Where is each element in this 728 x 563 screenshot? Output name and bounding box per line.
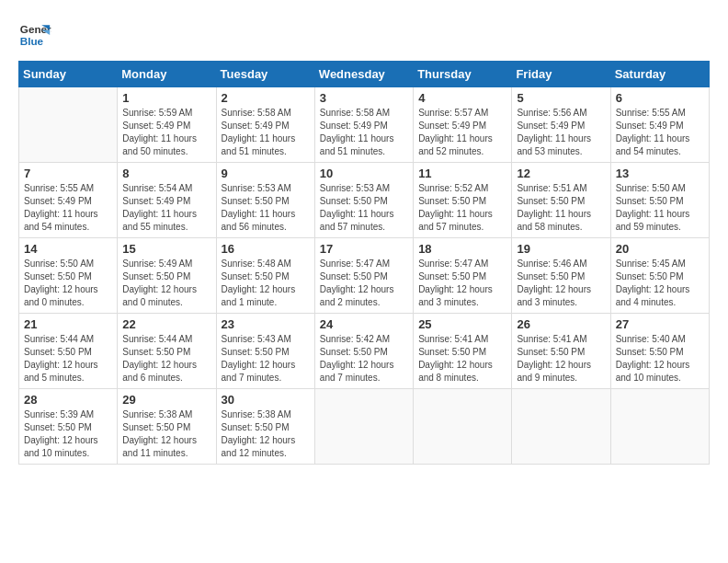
calendar-cell: 3Sunrise: 5:58 AM Sunset: 5:49 PM Daylig… [314,87,413,163]
logo: General Blue [18,18,51,52]
day-number: 1 [122,91,210,105]
calendar-cell [414,389,512,465]
calendar-week-row: 7Sunrise: 5:55 AM Sunset: 5:49 PM Daylig… [19,163,710,238]
day-number: 24 [320,317,408,331]
day-number: 18 [418,242,506,256]
day-number: 20 [616,242,704,256]
calendar-cell: 10Sunrise: 5:53 AM Sunset: 5:50 PM Dayli… [314,163,413,238]
calendar-cell: 22Sunrise: 5:44 AM Sunset: 5:50 PM Dayli… [118,314,216,389]
day-info: Sunrise: 5:47 AM Sunset: 5:50 PM Dayligh… [418,258,506,309]
day-info: Sunrise: 5:42 AM Sunset: 5:50 PM Dayligh… [320,333,408,385]
day-number: 2 [222,91,310,105]
calendar-cell: 6Sunrise: 5:55 AM Sunset: 5:49 PM Daylig… [610,87,709,163]
calendar-cell: 7Sunrise: 5:55 AM Sunset: 5:49 PM Daylig… [19,163,118,238]
calendar-cell: 8Sunrise: 5:54 AM Sunset: 5:49 PM Daylig… [118,163,216,238]
day-info: Sunrise: 5:58 AM Sunset: 5:49 PM Dayligh… [320,107,408,158]
day-info: Sunrise: 5:50 AM Sunset: 5:50 PM Dayligh… [616,182,704,234]
calendar-cell: 30Sunrise: 5:38 AM Sunset: 5:50 PM Dayli… [216,389,314,465]
day-number: 23 [222,317,310,331]
day-number: 28 [24,393,112,407]
day-number: 29 [122,393,210,407]
calendar-cell: 26Sunrise: 5:41 AM Sunset: 5:50 PM Dayli… [512,314,610,389]
calendar-week-row: 1Sunrise: 5:59 AM Sunset: 5:49 PM Daylig… [19,87,710,163]
day-number: 19 [517,242,605,256]
weekday-header: Wednesday [314,62,413,87]
day-number: 30 [222,393,310,407]
day-number: 17 [320,242,408,256]
day-info: Sunrise: 5:47 AM Sunset: 5:50 PM Dayligh… [320,258,408,309]
calendar-cell: 27Sunrise: 5:40 AM Sunset: 5:50 PM Dayli… [610,314,709,389]
svg-text:General: General [20,23,51,35]
day-info: Sunrise: 5:38 AM Sunset: 5:50 PM Dayligh… [222,408,310,460]
weekday-header: Tuesday [216,62,314,87]
day-info: Sunrise: 5:53 AM Sunset: 5:50 PM Dayligh… [320,182,408,234]
day-number: 13 [616,167,704,180]
day-number: 3 [320,91,408,105]
day-info: Sunrise: 5:55 AM Sunset: 5:49 PM Dayligh… [616,107,704,158]
day-info: Sunrise: 5:39 AM Sunset: 5:50 PM Dayligh… [24,408,112,460]
day-number: 5 [517,91,605,105]
day-number: 22 [122,317,210,331]
day-info: Sunrise: 5:46 AM Sunset: 5:50 PM Dayligh… [517,258,605,309]
calendar-cell: 13Sunrise: 5:50 AM Sunset: 5:50 PM Dayli… [610,163,709,238]
calendar-cell: 11Sunrise: 5:52 AM Sunset: 5:50 PM Dayli… [414,163,512,238]
calendar-cell: 23Sunrise: 5:43 AM Sunset: 5:50 PM Dayli… [216,314,314,389]
calendar-cell: 29Sunrise: 5:38 AM Sunset: 5:50 PM Dayli… [118,389,216,465]
calendar-cell: 9Sunrise: 5:53 AM Sunset: 5:50 PM Daylig… [216,163,314,238]
calendar-week-row: 14Sunrise: 5:50 AM Sunset: 5:50 PM Dayli… [19,238,710,314]
day-number: 9 [222,167,310,180]
day-info: Sunrise: 5:50 AM Sunset: 5:50 PM Dayligh… [24,258,112,309]
calendar-cell [512,389,610,465]
day-number: 25 [418,317,506,331]
calendar-cell [610,389,709,465]
calendar-cell: 20Sunrise: 5:45 AM Sunset: 5:50 PM Dayli… [610,238,709,314]
calendar-cell [19,87,118,163]
calendar-week-row: 21Sunrise: 5:44 AM Sunset: 5:50 PM Dayli… [19,314,710,389]
day-info: Sunrise: 5:44 AM Sunset: 5:50 PM Dayligh… [122,333,210,385]
calendar-cell: 25Sunrise: 5:41 AM Sunset: 5:50 PM Dayli… [414,314,512,389]
calendar-cell: 21Sunrise: 5:44 AM Sunset: 5:50 PM Dayli… [19,314,118,389]
calendar-week-row: 28Sunrise: 5:39 AM Sunset: 5:50 PM Dayli… [19,389,710,465]
day-number: 7 [24,167,112,180]
calendar-cell: 19Sunrise: 5:46 AM Sunset: 5:50 PM Dayli… [512,238,610,314]
day-number: 10 [320,167,408,180]
logo-icon: General Blue [18,18,51,52]
day-info: Sunrise: 5:43 AM Sunset: 5:50 PM Dayligh… [222,333,310,385]
day-info: Sunrise: 5:51 AM Sunset: 5:50 PM Dayligh… [517,182,605,234]
calendar-cell: 24Sunrise: 5:42 AM Sunset: 5:50 PM Dayli… [314,314,413,389]
day-info: Sunrise: 5:55 AM Sunset: 5:49 PM Dayligh… [24,182,112,234]
weekday-header: Thursday [414,62,512,87]
day-number: 26 [517,317,605,331]
calendar-cell: 5Sunrise: 5:56 AM Sunset: 5:49 PM Daylig… [512,87,610,163]
day-info: Sunrise: 5:54 AM Sunset: 5:49 PM Dayligh… [122,182,210,234]
day-info: Sunrise: 5:41 AM Sunset: 5:50 PM Dayligh… [517,333,605,385]
day-info: Sunrise: 5:57 AM Sunset: 5:49 PM Dayligh… [418,107,506,158]
day-number: 14 [24,242,112,256]
calendar-cell: 28Sunrise: 5:39 AM Sunset: 5:50 PM Dayli… [19,389,118,465]
day-info: Sunrise: 5:58 AM Sunset: 5:49 PM Dayligh… [222,107,310,158]
calendar-cell: 1Sunrise: 5:59 AM Sunset: 5:49 PM Daylig… [118,87,216,163]
calendar-table: SundayMondayTuesdayWednesdayThursdayFrid… [18,61,710,465]
day-info: Sunrise: 5:49 AM Sunset: 5:50 PM Dayligh… [122,258,210,309]
day-info: Sunrise: 5:38 AM Sunset: 5:50 PM Dayligh… [122,408,210,460]
calendar-cell: 17Sunrise: 5:47 AM Sunset: 5:50 PM Dayli… [314,238,413,314]
day-info: Sunrise: 5:44 AM Sunset: 5:50 PM Dayligh… [24,333,112,385]
day-info: Sunrise: 5:48 AM Sunset: 5:50 PM Dayligh… [222,258,310,309]
calendar-cell [314,389,413,465]
day-number: 16 [222,242,310,256]
day-number: 12 [517,167,605,180]
day-info: Sunrise: 5:56 AM Sunset: 5:49 PM Dayligh… [517,107,605,158]
calendar-cell: 4Sunrise: 5:57 AM Sunset: 5:49 PM Daylig… [414,87,512,163]
weekday-header: Saturday [610,62,709,87]
day-number: 11 [418,167,506,180]
weekday-header-row: SundayMondayTuesdayWednesdayThursdayFrid… [19,62,710,87]
day-info: Sunrise: 5:45 AM Sunset: 5:50 PM Dayligh… [616,258,704,309]
day-info: Sunrise: 5:52 AM Sunset: 5:50 PM Dayligh… [418,182,506,234]
calendar-cell: 2Sunrise: 5:58 AM Sunset: 5:49 PM Daylig… [216,87,314,163]
day-info: Sunrise: 5:59 AM Sunset: 5:49 PM Dayligh… [122,107,210,158]
day-info: Sunrise: 5:40 AM Sunset: 5:50 PM Dayligh… [616,333,704,385]
day-number: 27 [616,317,704,331]
day-number: 21 [24,317,112,331]
day-number: 4 [418,91,506,105]
page-header: General Blue [18,18,710,52]
